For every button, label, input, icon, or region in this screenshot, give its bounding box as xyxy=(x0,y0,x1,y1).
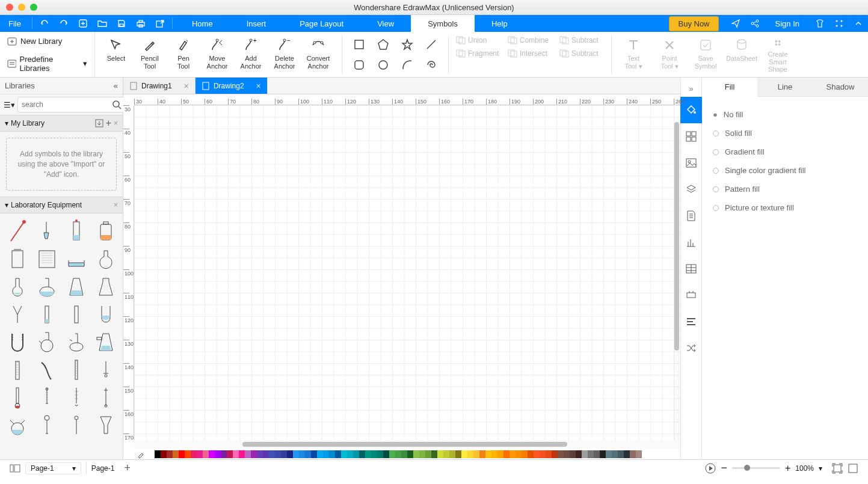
doc-tab-drawing1[interactable]: Drawing1× xyxy=(123,78,195,94)
panel-tab-fill[interactable]: Fill xyxy=(702,78,757,97)
color-swatch[interactable] xyxy=(173,450,179,458)
maximize-window-icon[interactable] xyxy=(30,4,37,11)
fill-option-pattern-fill[interactable]: Pattern fill xyxy=(713,180,857,198)
fill-option-solid-fill[interactable]: Solid fill xyxy=(713,124,857,142)
close-window-icon[interactable] xyxy=(6,4,13,11)
my-library-header[interactable]: ▾ My Library + × xyxy=(0,115,123,132)
buy-now-button[interactable]: Buy Now xyxy=(669,16,718,31)
color-swatch[interactable] xyxy=(323,450,329,458)
color-swatch[interactable] xyxy=(347,450,353,458)
lab-shape-25[interactable] xyxy=(33,383,60,411)
undo-icon[interactable] xyxy=(35,15,54,32)
color-swatch[interactable] xyxy=(203,450,209,458)
color-swatch[interactable] xyxy=(287,450,293,458)
color-swatch[interactable] xyxy=(155,450,161,458)
fill-option-no-fill[interactable]: ●No fill xyxy=(713,105,857,124)
color-swatch[interactable] xyxy=(341,450,347,458)
color-swatch[interactable] xyxy=(522,450,528,458)
color-swatch[interactable] xyxy=(185,450,191,458)
new-library-button[interactable]: New Library xyxy=(6,34,88,49)
color-swatch[interactable] xyxy=(167,450,173,458)
color-swatch[interactable] xyxy=(227,450,233,458)
fit-page-icon[interactable] xyxy=(832,463,843,474)
color-swatch[interactable] xyxy=(600,450,606,458)
color-swatch[interactable] xyxy=(528,450,534,458)
add-page-icon[interactable]: + xyxy=(119,462,135,474)
lab-shape-2[interactable] xyxy=(63,217,90,245)
color-swatch[interactable] xyxy=(503,450,509,458)
outline-icon[interactable] xyxy=(10,464,20,473)
color-swatch[interactable] xyxy=(461,450,467,458)
color-swatch[interactable] xyxy=(317,450,323,458)
panel-tab-shadow[interactable]: Shadow xyxy=(813,78,868,96)
color-swatch[interactable] xyxy=(335,450,341,458)
color-swatch[interactable] xyxy=(329,450,335,458)
color-swatch[interactable] xyxy=(149,450,155,458)
color-swatch[interactable] xyxy=(281,450,287,458)
new-icon[interactable] xyxy=(73,15,93,32)
color-swatch[interactable] xyxy=(197,450,203,458)
lab-shape-18[interactable] xyxy=(63,328,90,355)
color-swatch[interactable] xyxy=(564,450,570,458)
color-swatch[interactable] xyxy=(425,450,431,458)
lab-shape-4[interactable] xyxy=(4,245,31,272)
color-swatch[interactable] xyxy=(311,450,317,458)
color-swatch[interactable] xyxy=(233,450,239,458)
layers-icon[interactable] xyxy=(680,176,702,203)
color-swatch[interactable] xyxy=(359,450,365,458)
fullscreen-icon[interactable] xyxy=(848,463,858,474)
color-swatch[interactable] xyxy=(449,450,455,458)
color-swatch[interactable] xyxy=(263,450,269,458)
save-icon[interactable] xyxy=(112,15,131,32)
color-swatch[interactable] xyxy=(576,450,582,458)
lab-shape-16[interactable] xyxy=(4,328,31,355)
zoom-slider[interactable] xyxy=(732,467,780,469)
page-icon[interactable] xyxy=(680,203,702,229)
lab-shape-5[interactable] xyxy=(33,245,60,272)
color-swatch[interactable] xyxy=(443,450,449,458)
select-tool[interactable]: Select xyxy=(101,35,131,63)
export-icon[interactable] xyxy=(150,15,170,32)
lab-shape-10[interactable] xyxy=(63,272,90,300)
pentagon-tool[interactable] xyxy=(372,35,394,54)
open-icon[interactable] xyxy=(93,15,112,32)
eyedropper-icon[interactable] xyxy=(137,449,146,459)
color-swatch[interactable] xyxy=(353,450,359,458)
color-swatch[interactable] xyxy=(497,450,503,458)
color-swatch[interactable] xyxy=(269,450,275,458)
close-icon[interactable]: × xyxy=(256,81,261,91)
fill-option-picture-or-texture-fill[interactable]: Picture or texture fill xyxy=(713,198,857,217)
lab-shape-9[interactable] xyxy=(33,272,60,300)
lab-equipment-header[interactable]: ▾ Laboratory Equipment × xyxy=(0,197,123,213)
fill-option-single-color-gradient-fill[interactable]: Single color gradient fill xyxy=(713,161,857,180)
color-swatch[interactable] xyxy=(215,450,221,458)
menu-tab-symbols[interactable]: Symbols xyxy=(411,15,475,32)
collapse-ribbon-icon[interactable] xyxy=(849,15,868,32)
lab-shape-22[interactable] xyxy=(63,355,90,383)
file-menu[interactable]: File xyxy=(0,15,29,32)
expand-panel-icon[interactable]: » xyxy=(689,84,693,93)
menu-tab-home[interactable]: Home xyxy=(175,15,230,32)
color-swatch[interactable] xyxy=(251,450,257,458)
color-swatch[interactable] xyxy=(275,450,281,458)
lab-shape-12[interactable] xyxy=(4,300,31,328)
zoom-out-icon[interactable]: − xyxy=(721,462,727,474)
predefine-libraries-button[interactable]: Predefine Libraries ▾ xyxy=(6,52,88,75)
lab-shape-28[interactable] xyxy=(4,411,31,438)
page-tab[interactable]: Page-1 xyxy=(91,464,115,473)
color-swatch[interactable] xyxy=(606,450,612,458)
lab-shape-3[interactable] xyxy=(92,217,119,245)
import-icon[interactable] xyxy=(95,119,103,127)
color-swatch[interactable] xyxy=(293,450,299,458)
lab-shape-13[interactable] xyxy=(33,300,60,328)
pen-tool[interactable]: PenTool xyxy=(168,35,199,70)
rectangle-tool[interactable] xyxy=(348,35,370,54)
menu-tab-help[interactable]: Help xyxy=(475,15,525,32)
fill-option-gradient-fill[interactable]: Gradient fill xyxy=(713,142,857,161)
library-menu-icon[interactable]: ☰▾ xyxy=(4,100,15,109)
panel-tab-line[interactable]: Line xyxy=(757,78,813,96)
apps-icon[interactable] xyxy=(830,15,849,32)
color-swatch[interactable] xyxy=(570,450,576,458)
lab-shape-26[interactable] xyxy=(63,383,90,411)
color-swatch[interactable] xyxy=(239,450,245,458)
